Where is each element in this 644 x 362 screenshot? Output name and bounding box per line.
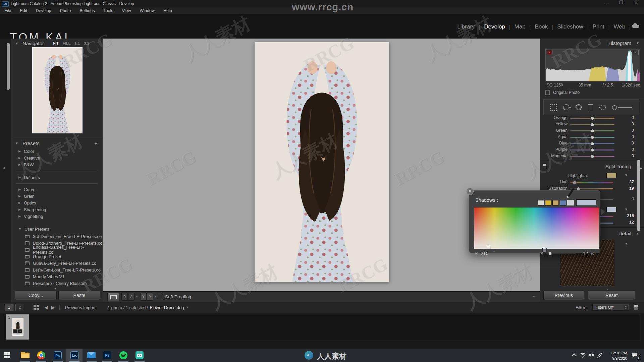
detail-disclosure-icon[interactable]: ▼ xyxy=(636,232,639,235)
next-photo-arrow[interactable]: ▶ xyxy=(51,305,55,310)
expand-icon[interactable]: ▶ xyxy=(18,194,21,198)
detail-preview-disclosure-icon[interactable]: ▼ xyxy=(625,242,628,245)
navigator-mode-fit[interactable]: FIT xyxy=(53,41,59,45)
user-preset-item[interactable]: Guava-Jelly_Free-LR-Presets.co xyxy=(25,260,96,266)
preset-group-vignetting[interactable]: ▶Vignetting xyxy=(18,213,43,220)
toolbar-options-icon[interactable]: ▾ xyxy=(533,295,535,298)
file-explorer-icon[interactable] xyxy=(21,352,30,358)
slider-thumb[interactable] xyxy=(573,181,576,184)
saved-swatch-4[interactable] xyxy=(560,200,566,205)
hsl-slider-blue[interactable] xyxy=(570,143,614,144)
filter-dropdown[interactable]: Filters Off ▲▼ xyxy=(592,304,629,311)
create-preset-button[interactable]: +▾ xyxy=(94,140,99,146)
main-window-button[interactable]: 1 xyxy=(5,304,13,311)
previous-button[interactable]: Previous xyxy=(543,291,584,300)
graduated-filter-tool-icon[interactable] xyxy=(588,104,593,110)
previous-photo-arrow[interactable]: ◀ xyxy=(44,305,48,310)
module-print[interactable]: Print xyxy=(589,23,608,30)
second-window-button[interactable]: 2 xyxy=(15,304,24,311)
hsl-slider-green[interactable] xyxy=(570,130,614,131)
slider-thumb[interactable] xyxy=(548,252,552,255)
menu-window[interactable]: Window xyxy=(135,7,159,14)
panel-scroll-indicator[interactable]: ▾ xyxy=(55,287,56,290)
adjustment-badge-icon[interactable]: ± xyxy=(18,329,22,334)
expand-icon[interactable]: ▶ xyxy=(18,176,21,179)
spotify-icon[interactable] xyxy=(119,351,127,359)
copy-settings-button[interactable]: Copy... xyxy=(15,291,57,300)
expand-icon[interactable]: ▶ xyxy=(18,188,21,191)
preset-group-defaults[interactable]: ▶Defaults xyxy=(18,174,40,181)
hsl-slider-yellow[interactable] xyxy=(570,124,614,125)
menu-photo[interactable]: Photo xyxy=(56,7,75,14)
photoshop-icon[interactable]: Ps xyxy=(54,351,62,359)
module-map[interactable]: Map xyxy=(511,23,530,30)
histogram-disclosure-icon[interactable]: ▼ xyxy=(636,41,639,45)
loupe-view-button[interactable] xyxy=(107,293,119,301)
radial-filter-tool-icon[interactable] xyxy=(599,105,606,110)
expand-icon[interactable]: ▶ xyxy=(18,208,21,211)
filmstrip-source-dropdown-icon[interactable]: ▾ xyxy=(186,306,188,309)
menu-file[interactable]: File xyxy=(0,7,15,14)
menu-develop[interactable]: Develop xyxy=(32,7,56,14)
tray-expand-chevron-icon[interactable] xyxy=(572,353,577,359)
chrome-icon[interactable] xyxy=(37,351,45,359)
adjustment-brush-tool-icon[interactable] xyxy=(612,105,632,110)
yy-dropdown-icon[interactable]: ▾ xyxy=(155,295,156,298)
main-photo[interactable] xyxy=(255,42,389,282)
panel-toggle-switch[interactable] xyxy=(543,164,547,169)
navigator-mode-3-1[interactable]: 3:1 xyxy=(84,41,89,45)
left-panel-scrollbar[interactable] xyxy=(7,43,10,90)
hsl-slider-purple[interactable] xyxy=(570,149,614,150)
color-gradient-field[interactable] xyxy=(474,207,599,249)
soft-proofing-control[interactable]: Soft Proofing xyxy=(158,294,191,299)
user-preset-item[interactable]: Moody Vibes V1 xyxy=(25,273,64,280)
shadows-color-swatch[interactable] xyxy=(606,207,616,212)
slider-thumb[interactable] xyxy=(591,142,594,145)
user-preset-item[interactable]: Endless-Games_Free-LR-Presets.co xyxy=(25,246,103,253)
crop-tool-icon[interactable] xyxy=(550,104,557,111)
slider-thumb[interactable] xyxy=(591,116,594,120)
before-after-dropdown-icon[interactable]: ▾ xyxy=(136,295,138,298)
copy-settings-view-buttons[interactable]: Y Y ▾ xyxy=(140,293,156,300)
hsl-slider-orange[interactable] xyxy=(570,118,614,119)
expand-icon[interactable]: ▶ xyxy=(18,201,21,204)
expand-icon[interactable]: ▶ xyxy=(18,149,21,153)
histogram-graph[interactable]: ▲ ▲ xyxy=(545,49,640,81)
saved-swatch-2[interactable] xyxy=(545,200,551,205)
grid-view-icon[interactable] xyxy=(34,305,39,310)
menu-view[interactable]: View xyxy=(118,7,136,14)
slider-thumb[interactable] xyxy=(591,148,594,152)
module-book[interactable]: Book xyxy=(531,23,552,30)
preset-group-optics[interactable]: ▶Optics xyxy=(18,199,36,206)
navigator-disclosure-icon[interactable]: ▼ xyxy=(15,42,18,45)
user-preset-item[interactable]: Let's-Get-Lost_Free-LR-Presets.co xyxy=(25,266,101,273)
zoom-ratio-stepper-icon[interactable]: ↕ xyxy=(96,41,98,45)
close-button[interactable]: × xyxy=(629,0,643,5)
collapse-right-panel-arrow[interactable]: ▶ xyxy=(640,167,642,170)
saved-swatch-1[interactable] xyxy=(538,200,544,205)
minimize-button[interactable]: – xyxy=(599,0,614,5)
photoshop-2-icon[interactable]: Ps xyxy=(103,351,111,359)
original-photo-checkbox[interactable] xyxy=(545,90,550,95)
soft-proofing-checkbox[interactable] xyxy=(158,295,162,299)
preset-group-curve[interactable]: ▶Curve xyxy=(18,186,36,193)
filmstrip-cell-selected[interactable]: 1 ± xyxy=(6,314,29,340)
expand-icon[interactable]: ▶ xyxy=(18,215,21,218)
filter-lock-icon[interactable] xyxy=(633,304,638,310)
y-right-button[interactable]: Y xyxy=(147,293,153,301)
expand-icon[interactable]: ▶ xyxy=(18,156,21,160)
after-view-button[interactable]: A xyxy=(128,293,135,301)
navigator-preview[interactable] xyxy=(32,47,83,133)
module-library[interactable]: Library xyxy=(453,23,479,30)
split-toning-header[interactable]: Split Toning ▼ xyxy=(540,162,644,171)
highlights-color-marker[interactable] xyxy=(487,246,490,249)
presets-disclosure-icon[interactable]: ▼ xyxy=(15,141,18,145)
windows-ink-pen-icon[interactable] xyxy=(597,353,603,358)
notification-count-badge[interactable]: 3 xyxy=(636,355,641,360)
tray-clock[interactable]: 12:10 PM 9/9/2020 xyxy=(608,351,627,361)
user-preset-item[interactable]: Presetpro - Cherry Blossom xyxy=(25,280,87,287)
navigator-mode-1-1[interactable]: 1:1 xyxy=(74,41,80,45)
preset-group-user-presets[interactable]: ▼User Presets xyxy=(18,226,50,232)
mail-icon[interactable] xyxy=(87,352,96,358)
user-preset-item[interactable]: Grunge Preset xyxy=(25,253,61,260)
